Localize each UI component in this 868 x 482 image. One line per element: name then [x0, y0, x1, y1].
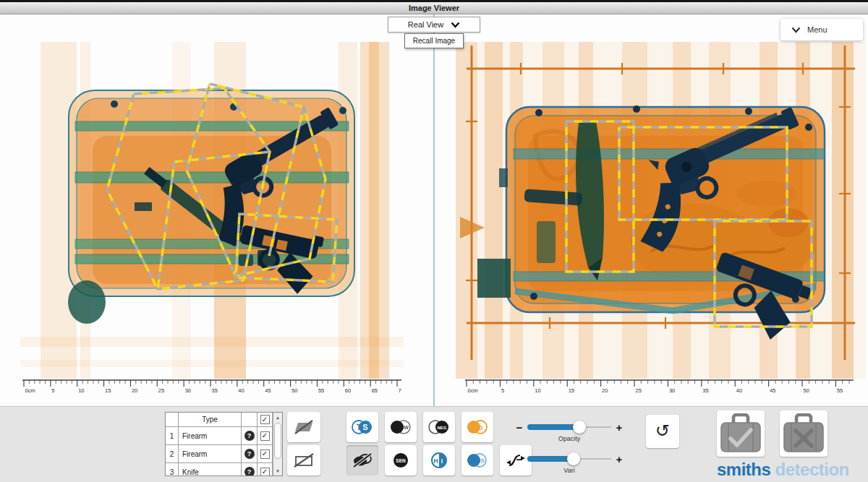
table-row[interactable]: 2 Firearm ? ✓	[166, 445, 282, 463]
svg-text:25: 25	[158, 387, 164, 394]
plus-icon[interactable]: +	[615, 421, 624, 434]
table-row[interactable]: 1 Firearm ? ✓	[166, 427, 282, 445]
svg-text:20: 20	[602, 387, 608, 394]
logo-part2: detection	[775, 460, 849, 479]
hide-outline-boxes-button[interactable]	[287, 445, 320, 475]
svg-text:H: H	[433, 457, 438, 465]
neg-filter-icon: NEG	[428, 418, 450, 436]
filter-off-button[interactable]	[346, 445, 378, 475]
opacity-slider-track[interactable]	[527, 421, 611, 434]
xray-left-image[interactable]	[20, 42, 404, 379]
row-info[interactable]: ?	[242, 427, 258, 445]
svg-text:50: 50	[804, 387, 809, 394]
viewer-main: Real View Recall Image Menu	[0, 14, 868, 406]
hi-filter-button[interactable]: H I	[423, 445, 455, 475]
svg-text:10: 10	[535, 387, 540, 394]
table-row[interactable]: 3 Knife ? ✓	[166, 463, 282, 476]
chevron-down-icon	[791, 27, 801, 33]
control-panel: Type ✓ 1 Firearm ? ✓ 2 Firearm ? ✓ 3 Kni…	[0, 406, 868, 482]
vari-slider[interactable]: − + Vari	[515, 452, 624, 466]
row-info[interactable]: ?	[242, 445, 258, 463]
filled-box-slash-icon	[293, 418, 315, 436]
xray-right-image[interactable]	[456, 42, 865, 379]
recall-image-button[interactable]: Recall Image	[404, 33, 464, 48]
window-titlebar: Image Viewer	[0, 0, 868, 14]
undo-button[interactable]: ↺	[646, 415, 679, 448]
info-icon[interactable]: ?	[244, 431, 255, 441]
header-select-all[interactable]: ✓	[258, 413, 273, 427]
row-select[interactable]: ✓	[258, 445, 273, 463]
scroll-down-icon[interactable]: ▼	[273, 466, 282, 475]
menu-label: Menu	[807, 25, 827, 34]
left-ruler: 0cm510152025303540455055606570	[22, 379, 401, 394]
row-index: 3	[166, 463, 179, 476]
filter-off-icon	[352, 452, 373, 469]
slider-label: Opacity	[515, 435, 624, 442]
header-index	[166, 413, 179, 427]
ts-filter-button[interactable]: T S	[346, 412, 378, 442]
table-header-row: Type ✓	[166, 413, 282, 427]
row-type: Knife	[179, 463, 242, 476]
svg-text:10: 10	[78, 387, 84, 394]
info-icon[interactable]: ?	[244, 467, 255, 476]
logo-part1: smiths	[717, 460, 770, 479]
svg-text:NEG: NEG	[437, 426, 446, 430]
svg-text:5: 5	[501, 387, 504, 394]
bw-filter-button[interactable]: BW	[385, 412, 417, 442]
row-type: Firearm	[179, 427, 242, 445]
accept-bag-button[interactable]	[717, 410, 765, 457]
svg-text:45: 45	[770, 387, 775, 394]
opacity-slider[interactable]: − + Opacity	[515, 420, 624, 434]
organic-filter-icon: O	[467, 418, 488, 436]
row-checkbox[interactable]: ✓	[260, 468, 270, 477]
menu-button[interactable]: Menu	[780, 19, 863, 40]
organic-filter-button[interactable]: O	[461, 412, 493, 442]
reject-bag-button[interactable]	[780, 410, 827, 457]
row-index: 2	[166, 445, 179, 463]
pane-divider[interactable]	[433, 14, 435, 406]
opacity-slider-handle[interactable]	[573, 421, 586, 434]
vari-slider-track[interactable]	[527, 452, 611, 465]
svg-text:SEN: SEN	[396, 458, 406, 463]
row-select[interactable]: ✓	[258, 427, 273, 445]
undo-icon: ↺	[655, 422, 670, 439]
scroll-up-icon[interactable]: ▲	[273, 413, 282, 422]
svg-text:15: 15	[105, 387, 111, 394]
svg-text:35: 35	[212, 387, 218, 394]
detections-table[interactable]: Type ✓ 1 Firearm ? ✓ 2 Firearm ? ✓ 3 Kni…	[165, 412, 283, 476]
svg-text:60: 60	[345, 387, 351, 394]
right-ruler: 0cm510152025303540455055	[465, 379, 854, 394]
svg-text:40: 40	[238, 387, 244, 394]
minus-icon[interactable]: −	[515, 453, 524, 465]
hide-filled-boxes-button[interactable]	[287, 412, 320, 442]
table-scrollbar[interactable]: ▲ ▼	[273, 413, 282, 475]
row-info[interactable]: ?	[242, 463, 258, 476]
smiths-detection-logo: smiths detection	[717, 460, 849, 480]
row-checkbox[interactable]: ✓	[260, 449, 270, 459]
neg-filter-button[interactable]: NEG	[423, 412, 455, 442]
view-mode-dropdown[interactable]: Real View	[388, 17, 480, 33]
select-all-checkbox[interactable]: ✓	[260, 415, 270, 424]
slider-label: Vari	[515, 467, 624, 474]
scrollbar-thumb[interactable]	[274, 423, 281, 459]
row-index: 1	[166, 427, 179, 445]
plus-icon[interactable]: +	[615, 453, 624, 465]
svg-text:50: 50	[292, 387, 297, 394]
row-select[interactable]: ✓	[258, 463, 273, 476]
svg-text:I: I	[441, 457, 443, 465]
hi-filter-icon: H I	[428, 452, 450, 469]
os-filter-button[interactable]: OS	[461, 445, 493, 475]
row-type: Firearm	[179, 445, 242, 463]
svg-text:20: 20	[132, 387, 137, 394]
recall-image-label: Recall Image	[413, 37, 455, 45]
svg-text:30: 30	[669, 387, 675, 394]
row-checkbox[interactable]: ✓	[260, 431, 270, 441]
minus-icon[interactable]: −	[515, 421, 524, 434]
svg-text:0cm: 0cm	[25, 387, 35, 394]
info-icon[interactable]: ?	[244, 449, 255, 459]
header-type: Type	[179, 413, 242, 427]
svg-text:0cm: 0cm	[468, 387, 478, 394]
sen-filter-button[interactable]: SEN	[385, 445, 417, 475]
svg-text:45: 45	[265, 387, 271, 394]
vari-slider-handle[interactable]	[567, 452, 580, 465]
